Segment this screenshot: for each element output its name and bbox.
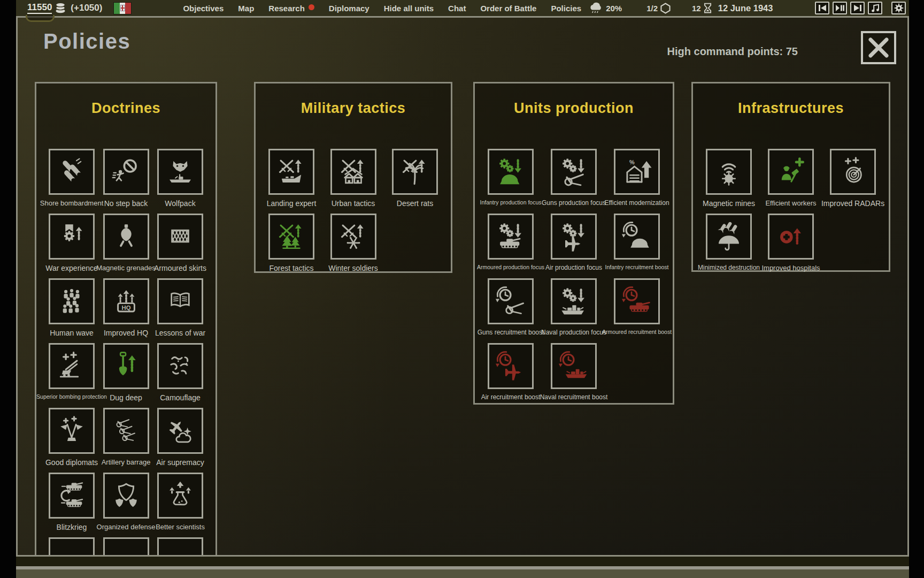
mesh-icon <box>165 221 196 252</box>
policy-tile-blitzkrieg[interactable] <box>49 473 95 519</box>
policy-cell: Infantry recruitment boost <box>614 214 660 278</box>
shields-icon <box>111 480 142 511</box>
policy-tile-magnetic-grenades[interactable] <box>103 214 149 260</box>
policy-tile-infantry-recruitment-boost[interactable] <box>614 214 660 260</box>
policy-tile-superior-bombing-protection[interactable] <box>49 343 95 389</box>
menu-item-diplomacy[interactable]: Diplomacy <box>329 4 369 13</box>
policy-tile-improved-radars[interactable] <box>830 149 876 195</box>
policy-cell <box>49 537 95 557</box>
policy-tile-camouflage[interactable] <box>157 343 203 389</box>
policy-cell: Winter soldiers <box>330 214 376 278</box>
policy-tile-war-experience[interactable] <box>49 214 95 260</box>
policy-cell: Camouflage <box>157 343 203 408</box>
hq-up-icon: HQ <box>111 286 142 317</box>
policy-tile-better-scientists[interactable] <box>157 473 203 519</box>
policy-tile-naval-production-focus[interactable] <box>551 278 597 324</box>
music-button[interactable] <box>868 2 882 14</box>
category-title: Infrastructures <box>693 100 889 117</box>
policy-cell: Lessons of war <box>157 278 203 343</box>
menu-item-hide-all-units[interactable]: Hide all units <box>384 4 434 13</box>
policy-tile-armoured-production-focus[interactable] <box>488 214 534 260</box>
policy-tile-winter-soldiers[interactable] <box>330 214 376 260</box>
policy-cell <box>157 537 203 557</box>
policy-tile-air-recruitment-boost[interactable] <box>488 343 534 389</box>
policy-label: Better scientists <box>156 523 205 531</box>
policy-cell: Guns recruitment boost <box>488 278 534 343</box>
hexagon-icon <box>660 3 671 14</box>
policy-tile-coins-down[interactable] <box>157 537 203 557</box>
policy-grid: Landing expertUrban tacticsDesert ratsFo… <box>256 149 451 278</box>
gears-ship-icon <box>558 286 589 317</box>
policy-tile-desert-rats[interactable] <box>392 149 438 195</box>
skip-forward-button[interactable] <box>850 2 865 14</box>
policy-tile-urban-tactics[interactable] <box>330 149 376 195</box>
policy-tile-human-wave[interactable] <box>49 278 95 324</box>
policy-tile-artillery-barrage[interactable] <box>103 408 149 454</box>
policy-label: Naval recruitment boost <box>540 393 608 401</box>
screen-edge-left <box>0 0 16 578</box>
policy-tile-magnetic-mines[interactable] <box>706 149 752 195</box>
policy-cell: %Efficient modernization <box>614 149 660 214</box>
combat-boat-icon <box>276 156 307 187</box>
play-pause-button[interactable] <box>833 2 847 14</box>
flags-plus-icon <box>56 415 87 446</box>
policy-tile-minimized-destruction[interactable] <box>706 214 752 260</box>
menu-item-objectives[interactable]: Objectives <box>183 4 224 13</box>
policy-tile-naval-recruitment-boost[interactable] <box>551 343 597 389</box>
close-button[interactable] <box>861 31 896 64</box>
policy-tile-guns-production-focus[interactable] <box>551 149 597 195</box>
policy-cell: Naval recruitment boost <box>551 343 597 408</box>
money-tab[interactable] <box>26 15 55 22</box>
policy-tile-improved-hospitals[interactable] <box>768 214 814 260</box>
money-value: 11550 <box>27 2 52 14</box>
policy-tile-armoured-recruitment-boost[interactable] <box>614 278 660 324</box>
garage-up-icon: % <box>621 156 652 187</box>
bombs-umbrella-icon <box>713 221 744 252</box>
category-infrastructures: InfrastructuresMagnetic minesEfficient w… <box>691 82 890 272</box>
policy-tile-wolfpack[interactable] <box>157 149 203 195</box>
clock-plane-icon <box>495 351 526 382</box>
policy-cell: Urban tactics <box>330 149 376 214</box>
tanks-arrow-icon <box>56 480 87 511</box>
policy-label: Wolfpack <box>165 199 195 208</box>
category-title: Doctrines <box>36 100 215 117</box>
settings-button[interactable] <box>891 2 906 14</box>
policy-tile-arrows-up[interactable] <box>103 537 149 557</box>
menu-item-map[interactable]: Map <box>238 4 254 13</box>
policy-tile-organized-defense[interactable] <box>103 473 149 519</box>
policy-cell: Air recruitment boost <box>488 343 534 408</box>
policy-tile-no-step-back[interactable] <box>103 149 149 195</box>
menu-item-policies[interactable]: Policies <box>551 4 581 13</box>
policy-tile-lessons-of-war[interactable] <box>157 278 203 324</box>
policy-label: Landing expert <box>267 199 317 208</box>
skip-forward-icon <box>853 3 863 13</box>
camouflage-icon <box>165 351 196 382</box>
policy-tile-shore-bombardment[interactable] <box>49 149 95 195</box>
policy-grid: Magnetic minesEfficient workersImproved … <box>693 149 889 278</box>
policy-tile-guns-recruitment-boost[interactable] <box>488 278 534 324</box>
policy-tile-landing-expert[interactable] <box>268 149 314 195</box>
policy-tile-burst-up[interactable] <box>49 537 95 557</box>
category-title: Military tactics <box>256 100 451 117</box>
policy-cell: Magnetic mines <box>706 149 752 214</box>
policy-tile-air-production-focus[interactable] <box>551 214 597 260</box>
policy-tile-good-diplomats[interactable] <box>49 408 95 454</box>
policy-label: Urban tactics <box>332 199 375 208</box>
policy-tile-air-supremacy[interactable] <box>157 408 203 454</box>
clock-helmet-icon <box>621 221 652 252</box>
skip-back-button[interactable] <box>815 2 829 14</box>
policy-tile-improved-hq[interactable]: HQ <box>103 278 149 324</box>
policy-tile-efficient-modernization[interactable]: % <box>614 149 660 195</box>
menu-item-research[interactable]: Research <box>268 4 314 13</box>
policy-label: Dug deep <box>110 393 142 402</box>
policy-tile-infantry-production-focus[interactable] <box>488 149 534 195</box>
menu-item-chat[interactable]: Chat <box>448 4 466 13</box>
policy-tile-forest-tactics[interactable] <box>268 214 314 260</box>
policy-cell: Improved hospitals <box>768 214 814 278</box>
policy-cell: Wolfpack <box>157 149 203 214</box>
policy-tile-efficient-workers[interactable] <box>768 149 814 195</box>
menu-item-order-of-battle[interactable]: Order of Battle <box>480 4 536 13</box>
policy-tile-armoured-skirts[interactable] <box>157 214 203 260</box>
game-date: 12 June 1943 <box>718 3 773 13</box>
policy-tile-dug-deep[interactable] <box>103 343 149 389</box>
